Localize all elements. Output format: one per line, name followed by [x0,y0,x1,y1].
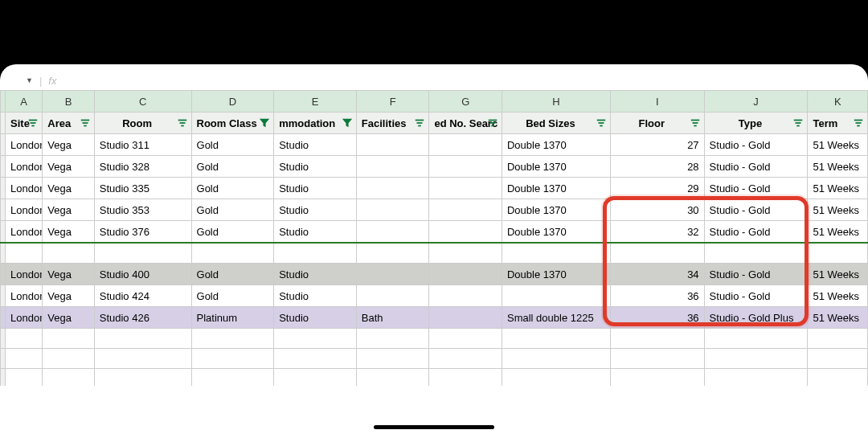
cell-area[interactable]: Vega [43,178,94,199]
cell-area[interactable] [43,349,94,369]
cell-term[interactable] [808,349,868,369]
cell-type[interactable] [704,349,808,369]
header-term[interactable]: Term [808,113,868,134]
cell-type[interactable]: Studio - Gold [704,285,808,307]
column-letter-K[interactable]: K [808,91,868,113]
filter-icon[interactable] [487,117,498,129]
cell-bed[interactable]: Small double 1225 [502,307,610,329]
table-row[interactable]: LondonVegaStudio 328GoldStudioDouble 137… [1,156,868,178]
cell-floor[interactable]: 34 [610,264,704,285]
cell-term[interactable]: 51 Weeks [808,285,868,307]
cell-type[interactable] [704,243,808,264]
cell-floor[interactable]: 36 [610,307,704,329]
cell-class[interactable]: Gold [191,199,274,221]
column-letter-G[interactable]: G [429,91,502,113]
cell-room[interactable]: Studio 335 [94,178,191,199]
cell-sed[interactable] [429,264,502,285]
table-row[interactable]: LondonVegaStudio 335GoldStudioDouble 137… [1,178,868,199]
cell-class[interactable]: Gold [191,264,274,285]
table-row[interactable]: LondonVegaStudio 353GoldStudioDouble 137… [1,199,868,221]
cell-accom[interactable]: Studio [274,221,357,244]
header-mmodation[interactable]: mmodation [274,113,357,134]
empty-row[interactable] [1,329,868,349]
cell-accom[interactable] [274,329,357,349]
cell-site[interactable]: London [6,264,43,285]
cell-accom[interactable]: Studio [274,134,357,156]
filter-active-icon[interactable] [259,117,270,129]
cell-room[interactable]: Studio 426 [94,307,191,329]
cell-floor[interactable]: 27 [610,134,704,156]
cell-site[interactable]: London [6,199,43,221]
cell-term[interactable] [808,329,868,349]
header-bed-sizes[interactable]: Bed Sizes [502,113,610,134]
cell-fac[interactable] [356,134,429,156]
cell-area[interactable] [43,243,94,264]
cell-term[interactable]: 51 Weeks [808,178,868,199]
cell-room[interactable]: Studio 328 [94,156,191,178]
namebox-dropdown-icon[interactable]: ▼ [26,76,33,84]
header-floor[interactable]: Floor [610,113,704,134]
cell-area[interactable]: Vega [43,221,94,244]
cell-accom[interactable] [274,349,357,369]
cell-class[interactable]: Platinum [191,307,274,329]
cell-sed[interactable] [429,285,502,307]
cell-term[interactable]: 51 Weeks [808,199,868,221]
cell-class[interactable] [191,243,274,264]
cell-type[interactable]: Studio - Gold [704,264,808,285]
cell-site[interactable]: London [6,221,43,244]
cell-class[interactable]: Gold [191,156,274,178]
filter-active-icon[interactable] [342,117,353,129]
cell-room[interactable]: Studio 376 [94,221,191,244]
cell-area[interactable]: Vega [43,264,94,285]
cell-class[interactable]: Gold [191,178,274,199]
cell-floor[interactable] [610,349,704,369]
cell-class[interactable]: Gold [191,134,274,156]
cell-bed[interactable]: Double 1370 [502,134,610,156]
header-room[interactable]: Room [94,113,191,134]
cell-site[interactable]: London [6,156,43,178]
cell-term[interactable]: 51 Weeks [808,134,868,156]
cell-bed[interactable] [502,285,610,307]
column-letter-I[interactable]: I [610,91,704,113]
cell-floor[interactable]: 36 [610,285,704,307]
cell-site[interactable] [6,243,43,264]
header-area[interactable]: Area [43,113,94,134]
table-row[interactable]: LondonVegaStudio 311GoldStudioDouble 137… [1,134,868,156]
filter-icon[interactable] [414,117,425,129]
cell-floor[interactable]: 29 [610,178,704,199]
cell-accom[interactable]: Studio [274,264,357,285]
filter-icon[interactable] [690,117,701,129]
cell-accom[interactable]: Studio [274,178,357,199]
cell-class[interactable]: Gold [191,285,274,307]
column-letter-A[interactable]: A [6,91,43,113]
cell-type[interactable]: Studio - Gold [704,178,808,199]
cell-sed[interactable] [429,156,502,178]
cell-room[interactable] [94,349,191,369]
empty-row[interactable] [1,349,868,369]
cell-class[interactable] [191,349,274,369]
cell-sed[interactable] [429,178,502,199]
cell-term[interactable] [808,243,868,264]
cell-site[interactable]: London [6,134,43,156]
cell-type[interactable] [704,329,808,349]
filter-icon[interactable] [177,117,188,129]
column-letter-E[interactable]: E [274,91,357,113]
cell-area[interactable]: Vega [43,307,94,329]
header-facilities[interactable]: Facilities [356,113,429,134]
cell-type[interactable]: Studio - Gold [704,199,808,221]
cell-fac[interactable] [356,199,429,221]
cell-site[interactable]: London [6,285,43,307]
cell-type[interactable]: Studio - Gold [704,156,808,178]
table-row[interactable]: LondonVegaStudio 400GoldStudioDouble 137… [1,264,868,285]
cell-class[interactable]: Gold [191,221,274,244]
column-letter-D[interactable]: D [191,91,274,113]
cell-accom[interactable]: Studio [274,156,357,178]
cell-term[interactable]: 51 Weeks [808,156,868,178]
cell-bed[interactable] [502,349,610,369]
cell-bed[interactable]: Double 1370 [502,178,610,199]
cell-room[interactable] [94,329,191,349]
cell-bed[interactable] [502,243,610,264]
column-letter-F[interactable]: F [356,91,429,113]
column-letter-H[interactable]: H [502,91,610,113]
cell-sed[interactable] [429,134,502,156]
